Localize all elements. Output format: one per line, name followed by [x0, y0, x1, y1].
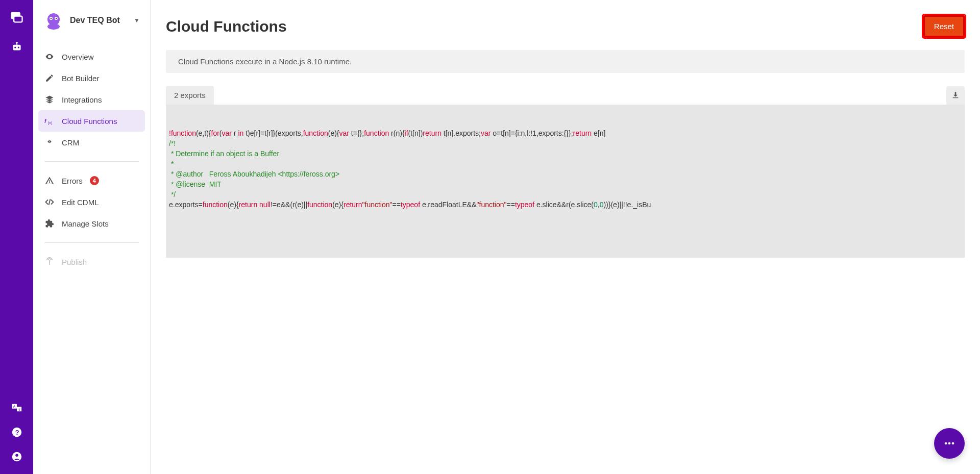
divider [44, 161, 139, 162]
nav-tertiary: Publish [33, 246, 150, 278]
svg-text:A: A [13, 405, 15, 408]
svg-rect-1 [14, 16, 22, 22]
svg-point-18 [51, 18, 52, 19]
svg-point-20 [47, 23, 60, 30]
nav-primary: Overview Bot Builder Integrations f(x) C… [33, 41, 150, 158]
sidebar: Dev TEQ Bot ▼ Overview Bot Builder Integ… [33, 0, 151, 474]
download-icon [951, 91, 960, 99]
nav-label: Errors [62, 177, 83, 185]
page-title: Cloud Functions [166, 18, 287, 35]
bot-name: Dev TEQ Bot [70, 16, 128, 25]
chevron-down-icon: ▼ [134, 17, 140, 24]
svg-point-19 [56, 18, 57, 19]
handshake-icon [44, 137, 55, 147]
main-content: Cloud Functions Reset Cloud Functions ex… [151, 0, 980, 474]
svg-point-6 [16, 42, 17, 43]
svg-text:f: f [44, 118, 47, 124]
svg-text:?: ? [15, 429, 19, 436]
help-icon[interactable]: ? [10, 425, 24, 439]
code-editor[interactable]: !function(e,t){for(var r in t)e[r]=t[r]}… [166, 105, 965, 258]
nav-label: Publish [62, 258, 87, 266]
editor-toolbar: 2 exports [166, 86, 965, 105]
puzzle-icon [44, 218, 55, 229]
bot-avatar-icon [43, 10, 64, 31]
nav-integrations[interactable]: Integrations [33, 89, 150, 110]
svg-point-27 [952, 442, 954, 445]
nav-label: Edit CDML [62, 198, 99, 207]
nav-crm[interactable]: CRM [33, 132, 150, 153]
app-rail: A文 ? [0, 0, 33, 474]
editor-scroll[interactable]: !function(e,t){for(var r in t)e[r]=t[r]}… [169, 128, 962, 258]
chat-widget-button[interactable] [934, 428, 965, 459]
rail-bottom: A文 ? [10, 401, 24, 474]
nav-edit-cdml[interactable]: Edit CDML [33, 191, 150, 213]
svg-point-26 [948, 442, 951, 445]
warning-icon [44, 176, 55, 186]
nav-bot-builder[interactable]: Bot Builder [33, 67, 150, 89]
svg-rect-2 [13, 45, 20, 51]
nav-label: CRM [62, 138, 79, 147]
divider [44, 242, 139, 243]
svg-point-14 [15, 454, 18, 457]
chat-bubbles-icon[interactable] [10, 10, 24, 24]
nav-cloud-functions[interactable]: f(x) Cloud Functions [38, 110, 145, 132]
pencil-icon [44, 73, 55, 83]
nav-label: Cloud Functions [62, 117, 117, 126]
nav-secondary: Errors 4 Edit CDML Manage Slots [33, 165, 150, 239]
eye-icon [44, 52, 55, 62]
fx-icon: f(x) [44, 116, 55, 126]
page-header: Cloud Functions Reset [166, 15, 965, 37]
svg-point-4 [17, 46, 19, 48]
download-button[interactable] [946, 86, 965, 105]
exports-button[interactable]: 2 exports [166, 86, 214, 105]
bot-selector[interactable]: Dev TEQ Bot ▼ [33, 10, 150, 41]
reset-button[interactable]: Reset [923, 15, 965, 37]
svg-point-25 [945, 442, 947, 445]
layers-icon [44, 94, 55, 105]
svg-point-3 [14, 46, 16, 48]
chat-icon [942, 436, 957, 451]
svg-point-21 [49, 56, 51, 58]
nav-label: Bot Builder [62, 74, 99, 83]
nav-errors[interactable]: Errors 4 [33, 170, 150, 191]
translate-icon[interactable]: A文 [10, 401, 24, 415]
antenna-icon [44, 257, 55, 267]
robot-icon[interactable] [10, 40, 24, 54]
nav-manage-slots[interactable]: Manage Slots [33, 213, 150, 234]
info-bar: Cloud Functions execute in a Node.js 8.1… [166, 50, 965, 73]
errors-badge: 4 [90, 176, 99, 185]
nav-label: Overview [62, 53, 94, 61]
nav-publish: Publish [33, 251, 150, 272]
code-icon [44, 197, 55, 207]
account-icon[interactable] [10, 450, 24, 464]
svg-text:(x): (x) [48, 120, 53, 125]
nav-label: Integrations [62, 95, 102, 104]
svg-text:文: 文 [17, 408, 20, 411]
nav-label: Manage Slots [62, 219, 109, 228]
nav-overview[interactable]: Overview [33, 46, 150, 67]
